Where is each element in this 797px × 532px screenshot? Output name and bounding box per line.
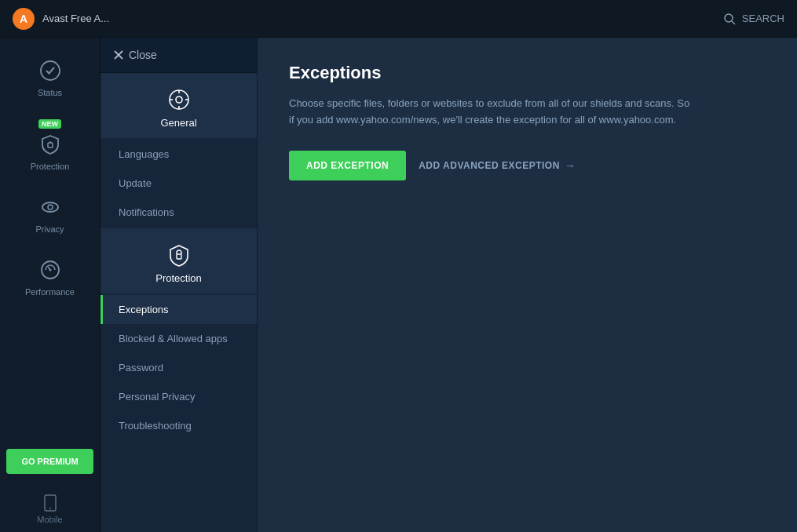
mobile-item[interactable]: Mobile bbox=[29, 486, 70, 532]
page-title: Exceptions bbox=[289, 63, 766, 83]
menu-item-troubleshooting[interactable]: Troubleshooting bbox=[101, 411, 257, 440]
sidebar-item-status[interactable]: Status bbox=[0, 46, 100, 108]
menu-item-blocked-allowed[interactable]: Blocked & Allowed apps bbox=[101, 324, 257, 353]
svg-rect-20 bbox=[177, 254, 181, 259]
svg-point-5 bbox=[42, 202, 58, 212]
sidebar-item-privacy-label: Privacy bbox=[35, 224, 64, 234]
icon-sidebar: Status NEW Protection Privacy bbox=[0, 38, 101, 532]
svg-point-15 bbox=[176, 97, 182, 103]
action-buttons: ADD EXCEPTION ADD ADVANCED EXCEPTION → bbox=[289, 151, 766, 180]
sidebar-item-performance[interactable]: Performance bbox=[0, 245, 100, 308]
protection-section-label: Protection bbox=[155, 272, 202, 284]
add-exception-button[interactable]: ADD EXCEPTION bbox=[289, 151, 406, 180]
menu-item-languages[interactable]: Languages bbox=[101, 140, 257, 169]
svg-point-11 bbox=[49, 508, 51, 509]
privacy-icon bbox=[36, 193, 64, 221]
search-button[interactable]: SEARCH bbox=[723, 13, 784, 25]
close-button[interactable]: Close bbox=[113, 49, 157, 61]
sidebar-item-protection[interactable]: NEW Protection bbox=[0, 108, 100, 182]
sidebar-item-status-label: Status bbox=[38, 88, 62, 97]
add-advanced-exception-button[interactable]: ADD ADVANCED EXCEPTION → bbox=[419, 159, 576, 172]
sidebar-item-protection-label: Protection bbox=[31, 162, 70, 171]
menu-item-password[interactable]: Password bbox=[101, 353, 257, 382]
mobile-label: Mobile bbox=[37, 515, 62, 524]
new-badge: NEW bbox=[38, 119, 61, 129]
sidebar-item-privacy[interactable]: Privacy bbox=[0, 182, 100, 245]
app-title: Avast Free A... bbox=[42, 13, 109, 24]
go-premium-button[interactable]: GO PREMIUM bbox=[6, 449, 93, 474]
protection-section-header[interactable]: Protection bbox=[101, 228, 257, 293]
performance-icon bbox=[36, 256, 64, 284]
content-area: Exceptions Choose specific files, folder… bbox=[258, 38, 797, 532]
main-layout: Status NEW Protection Privacy bbox=[0, 38, 797, 532]
svg-point-6 bbox=[48, 205, 53, 210]
svg-point-9 bbox=[49, 269, 51, 271]
svg-rect-3 bbox=[48, 143, 53, 148]
svg-point-0 bbox=[725, 14, 733, 22]
close-icon bbox=[113, 49, 124, 60]
settings-panel: Close General Languages Update Notificat… bbox=[101, 38, 258, 532]
sidebar-item-performance-label: Performance bbox=[25, 287, 75, 297]
close-label: Close bbox=[129, 49, 157, 61]
menu-item-exceptions[interactable]: Exceptions bbox=[101, 295, 257, 324]
general-section-header[interactable]: General bbox=[101, 73, 257, 138]
settings-header: Close bbox=[101, 38, 257, 73]
protection-icon bbox=[36, 130, 64, 159]
general-icon bbox=[165, 86, 193, 114]
arrow-icon: → bbox=[565, 159, 576, 172]
menu-item-personal-privacy[interactable]: Personal Privacy bbox=[101, 382, 257, 411]
title-bar: A Avast Free A... SEARCH bbox=[0, 0, 797, 38]
title-bar-left: A Avast Free A... bbox=[13, 8, 109, 30]
content-description: Choose specific files, folders or websit… bbox=[289, 96, 697, 129]
svg-line-1 bbox=[732, 21, 735, 24]
menu-item-update[interactable]: Update bbox=[101, 169, 257, 198]
mobile-icon bbox=[42, 494, 58, 512]
general-section-label: General bbox=[160, 117, 196, 129]
status-icon bbox=[36, 56, 64, 85]
protection-section-icon bbox=[165, 241, 193, 269]
avast-logo: A bbox=[13, 8, 35, 30]
menu-item-notifications[interactable]: Notifications bbox=[101, 198, 257, 227]
search-icon bbox=[723, 13, 736, 25]
svg-point-2 bbox=[41, 61, 60, 80]
